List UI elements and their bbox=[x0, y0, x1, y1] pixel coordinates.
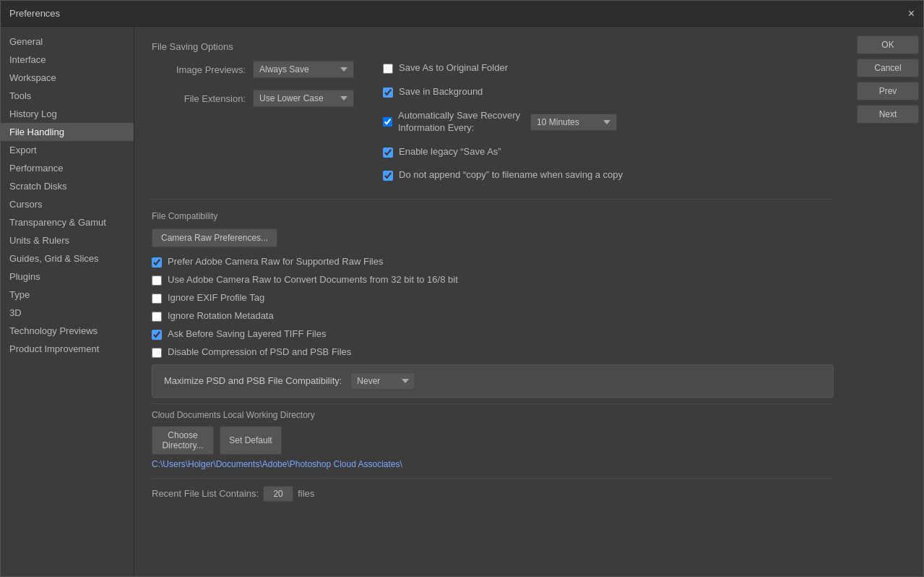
file-extension-select[interactable]: Use Lower Case Use Upper Case bbox=[253, 90, 354, 107]
image-previews-select[interactable]: Always Save Never Save Ask When Saving bbox=[253, 61, 354, 78]
ignore-exif-label: Ignore EXIF Profile Tag bbox=[168, 292, 264, 304]
dialog-body: General Interface Workspace Tools Histor… bbox=[1, 27, 923, 576]
do-not-append-copy-label: Do not append “copy” to filename when sa… bbox=[399, 169, 623, 181]
main-content: File Saving Options Image Previews: Alwa… bbox=[134, 27, 851, 576]
sidebar-item-interface[interactable]: Interface bbox=[1, 51, 134, 69]
image-previews-row: Image Previews: Always Save Never Save A… bbox=[152, 61, 354, 78]
camera-raw-preferences-button[interactable]: Camera Raw Preferences... bbox=[152, 228, 277, 247]
close-button[interactable]: × bbox=[908, 8, 915, 20]
ignore-exif-checkbox[interactable] bbox=[152, 294, 162, 304]
auto-save-interval-select[interactable]: 1 Minute 5 Minutes 10 Minutes 15 Minutes… bbox=[530, 114, 617, 131]
disable-compression-checkbox[interactable] bbox=[152, 348, 162, 358]
auto-save-row: Automatically Save Recovery Information … bbox=[383, 110, 623, 134]
ignore-rotation-checkbox[interactable] bbox=[152, 312, 162, 322]
set-default-button[interactable]: Set Default bbox=[220, 426, 282, 455]
choose-directory-button[interactable]: Choose Directory... bbox=[152, 426, 214, 455]
sidebar: General Interface Workspace Tools Histor… bbox=[1, 27, 134, 576]
ignore-exif-row: Ignore EXIF Profile Tag bbox=[152, 292, 834, 304]
prev-button[interactable]: Prev bbox=[857, 82, 919, 101]
auto-save-label: Automatically Save Recovery Information … bbox=[398, 110, 520, 134]
do-not-append-copy-row: Do not append “copy” to filename when sa… bbox=[383, 169, 623, 181]
disable-compression-row: Disable Compression of PSD and PSB Files bbox=[152, 346, 834, 359]
maximize-compatibility-row: Maximize PSD and PSB File Compatibility:… bbox=[152, 364, 834, 398]
sidebar-item-3d[interactable]: 3D bbox=[1, 304, 134, 322]
use-adobe-camera-raw-convert-row: Use Adobe Camera Raw to Convert Document… bbox=[152, 274, 834, 286]
recent-file-list-suffix: files bbox=[298, 488, 314, 499]
file-extension-label: File Extension: bbox=[152, 93, 253, 104]
sidebar-item-export[interactable]: Export bbox=[1, 141, 134, 159]
sidebar-item-performance[interactable]: Performance bbox=[1, 159, 134, 177]
ok-button[interactable]: OK bbox=[857, 35, 919, 54]
preferences-dialog: Preferences × General Interface Workspac… bbox=[0, 0, 924, 577]
ask-before-saving-tiff-label: Ask Before Saving Layered TIFF Files bbox=[168, 328, 326, 341]
ignore-rotation-label: Ignore Rotation Metadata bbox=[168, 310, 274, 322]
buttons-panel: OK Cancel Prev Next bbox=[851, 27, 923, 576]
maximize-compatibility-label: Maximize PSD and PSB File Compatibility: bbox=[164, 375, 342, 386]
cancel-button[interactable]: Cancel bbox=[857, 59, 919, 77]
prefer-adobe-camera-raw-label: Prefer Adobe Camera Raw for Supported Ra… bbox=[168, 256, 383, 268]
sidebar-item-tools[interactable]: Tools bbox=[1, 87, 134, 105]
save-in-background-checkbox[interactable] bbox=[383, 87, 393, 98]
save-as-original-row: Save As to Original Folder bbox=[383, 62, 623, 74]
file-saving-options-title: File Saving Options bbox=[152, 41, 834, 52]
next-button[interactable]: Next bbox=[857, 105, 919, 124]
sidebar-item-transparency-gamut[interactable]: Transparency & Gamut bbox=[1, 213, 134, 231]
maximize-compatibility-select[interactable]: Never Always Ask bbox=[350, 372, 415, 390]
sidebar-item-guides-grid-slices[interactable]: Guides, Grid & Slices bbox=[1, 249, 134, 268]
cloud-path: C:\Users\Holger\Documents\Adobe\Photosho… bbox=[152, 459, 834, 469]
sidebar-item-product-improvement[interactable]: Product Improvement bbox=[1, 340, 134, 358]
file-extension-row: File Extension: Use Lower Case Use Upper… bbox=[152, 90, 354, 107]
disable-compression-label: Disable Compression of PSD and PSB Files bbox=[168, 346, 351, 359]
enable-legacy-save-as-label: Enable legacy “Save As” bbox=[399, 146, 501, 158]
save-in-background-row: Save in Background bbox=[383, 86, 623, 98]
sidebar-item-file-handling[interactable]: File Handling bbox=[1, 123, 134, 141]
sidebar-item-units-rulers[interactable]: Units & Rulers bbox=[1, 231, 134, 249]
recent-file-list-row: Recent File List Contains: 20 files bbox=[152, 486, 834, 502]
sidebar-item-scratch-disks[interactable]: Scratch Disks bbox=[1, 177, 134, 195]
sidebar-item-workspace[interactable]: Workspace bbox=[1, 69, 134, 87]
ask-before-saving-tiff-checkbox[interactable] bbox=[152, 330, 162, 340]
sidebar-item-cursors[interactable]: Cursors bbox=[1, 195, 134, 213]
save-in-background-label: Save in Background bbox=[399, 86, 483, 98]
recent-file-list-input[interactable]: 20 bbox=[263, 486, 293, 502]
auto-save-checkbox[interactable] bbox=[383, 117, 392, 127]
enable-legacy-save-as-checkbox[interactable] bbox=[383, 148, 393, 158]
sidebar-item-plugins[interactable]: Plugins bbox=[1, 268, 134, 286]
recent-file-list-label: Recent File List Contains: bbox=[152, 488, 259, 499]
file-compatibility-title: File Compatibility bbox=[152, 211, 834, 221]
do-not-append-copy-checkbox[interactable] bbox=[383, 171, 393, 181]
cloud-documents-title: Cloud Documents Local Working Directory bbox=[152, 410, 834, 420]
image-previews-label: Image Previews: bbox=[152, 64, 253, 75]
ignore-rotation-row: Ignore Rotation Metadata bbox=[152, 310, 834, 322]
use-adobe-camera-raw-convert-label: Use Adobe Camera Raw to Convert Document… bbox=[168, 274, 458, 286]
save-as-original-label: Save As to Original Folder bbox=[399, 62, 508, 74]
prefer-adobe-camera-raw-row: Prefer Adobe Camera Raw for Supported Ra… bbox=[152, 256, 834, 268]
titlebar: Preferences × bbox=[1, 1, 923, 27]
sidebar-item-type[interactable]: Type bbox=[1, 286, 134, 304]
ask-before-saving-tiff-row: Ask Before Saving Layered TIFF Files bbox=[152, 328, 834, 341]
sidebar-item-history-log[interactable]: History Log bbox=[1, 105, 134, 123]
dialog-title: Preferences bbox=[9, 8, 60, 19]
sidebar-item-technology-previews[interactable]: Technology Previews bbox=[1, 322, 134, 340]
prefer-adobe-camera-raw-checkbox[interactable] bbox=[152, 257, 162, 268]
use-adobe-camera-raw-convert-checkbox[interactable] bbox=[152, 275, 162, 286]
save-as-original-checkbox[interactable] bbox=[383, 64, 393, 74]
sidebar-item-general[interactable]: General bbox=[1, 33, 134, 51]
enable-legacy-save-as-row: Enable legacy “Save As” bbox=[383, 146, 623, 158]
